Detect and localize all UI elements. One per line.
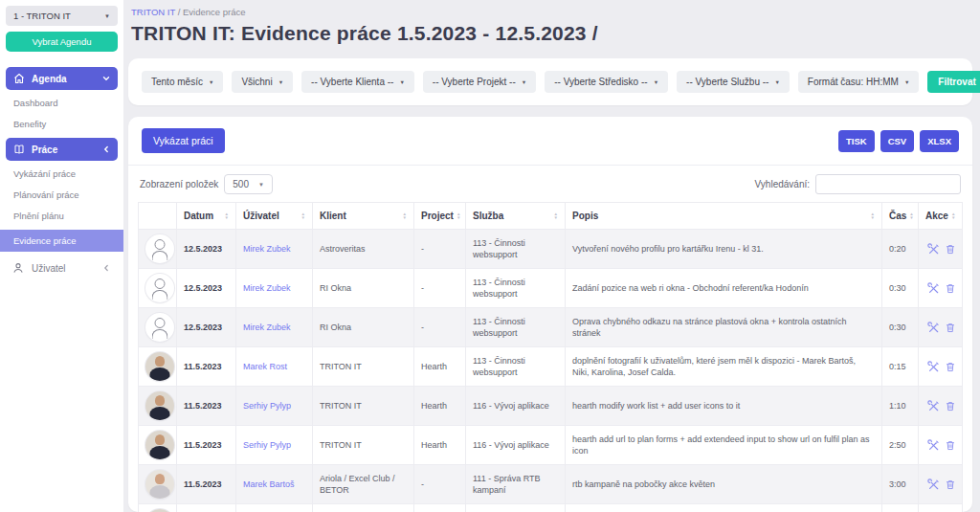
sidebar-item-benefity[interactable]: Benefity <box>6 114 118 135</box>
table-row[interactable]: 12.5.2023 Mirek Zubek RI Okna - 113 - Či… <box>139 269 963 308</box>
delete-icon[interactable] <box>945 479 956 491</box>
sidebar-section-agenda[interactable]: Agenda <box>6 67 118 90</box>
cell-sluzba: 113 - Činnosti websupport <box>466 269 566 308</box>
book-icon <box>13 144 25 155</box>
header-akce[interactable]: Akce▲▼ <box>919 203 963 230</box>
sort-icon[interactable]: ▲▼ <box>457 212 460 220</box>
xlsx-button[interactable]: XLSX <box>920 130 959 152</box>
header-uzivatel[interactable]: Úživatel▲▼ <box>236 203 313 230</box>
caret-down-icon: ▼ <box>278 79 283 85</box>
table-row[interactable]: 12.5.2023 Mirek Zubek RI Okna - 113 - Či… <box>139 308 963 347</box>
user-link[interactable]: Serhiy Pylyp <box>243 440 291 450</box>
user-link[interactable]: Mirek Zubek <box>243 323 291 332</box>
user-avatar <box>145 274 174 302</box>
table-row[interactable]: 11.5.2023 Serhiy Pylyp TRITON IT Hearth … <box>139 426 963 465</box>
user-link[interactable]: Mirek Zubek <box>243 283 291 293</box>
delete-icon[interactable] <box>945 439 956 452</box>
tools-icon[interactable] <box>927 479 940 491</box>
filter-dropdown-klient[interactable]: -- Vyberte Klienta --▼ <box>301 71 414 93</box>
cell-cas: 2:50 <box>882 426 919 465</box>
tools-icon[interactable] <box>927 361 940 373</box>
sort-icon[interactable]: ▲▼ <box>554 212 558 220</box>
cell-klient: TRITON IT <box>313 426 414 465</box>
filter-dropdown-users[interactable]: Všichni▼ <box>232 71 293 93</box>
chevron-down-icon: ▼ <box>258 182 264 188</box>
table-row[interactable]: 11.5.2023 Serhiy Pylyp TRITON IT Hearth … <box>139 387 963 426</box>
table-row[interactable]: 11.5.2023 Serhiy Pylyp TRITON IT Hearth … <box>139 504 963 512</box>
table-body: 12.5.2023 Mirek Zubek Astroveritas - 113… <box>139 230 963 512</box>
delete-icon[interactable] <box>945 282 956 295</box>
tools-icon[interactable] <box>927 400 940 412</box>
cell-sluzba: 113 - Činnosti websupport <box>466 308 566 347</box>
person-icon <box>11 261 25 275</box>
header-project[interactable]: Project▲▼ <box>414 203 466 230</box>
header-klient[interactable]: Klient▲▼ <box>313 203 414 230</box>
cell-datum: 11.5.2023 <box>177 347 236 387</box>
sidebar-item-evidence-prace[interactable]: Evidence práce <box>0 230 123 252</box>
cell-project: Hearth <box>414 387 466 426</box>
cell-sluzba: 111 - Správa RTB kampaní <box>466 465 566 504</box>
caret-down-icon: ▼ <box>654 79 658 85</box>
filter-dropdown-projekt[interactable]: -- Vyberte Projekt --▼ <box>423 71 536 93</box>
cell-datum: 11.5.2023 <box>177 426 236 465</box>
delete-icon[interactable] <box>945 361 956 373</box>
header-sluzba[interactable]: Služba▲▼ <box>466 203 566 230</box>
sidebar-nav: Agenda Dashboard Benefity Práce Vykázání… <box>6 67 118 281</box>
filtrovat-button[interactable]: Filtrovat <box>927 71 980 93</box>
user-link[interactable]: Mirek Zubek <box>243 244 291 254</box>
home-icon <box>13 73 25 84</box>
vykazat-praci-button[interactable]: Vykázat práci <box>142 128 225 153</box>
sidebar-section-prace[interactable]: Práce <box>6 138 118 161</box>
cell-cas: 0:15 <box>882 347 919 387</box>
sort-icon[interactable]: ▲▼ <box>225 212 229 220</box>
filter-dropdown-stredisko[interactable]: -- Vyberte Středisko --▼ <box>545 71 668 93</box>
breadcrumb-root-link[interactable]: TRITON IT <box>131 7 175 17</box>
filter-dropdown-sluzba[interactable]: -- Vyberte Službu --▼ <box>677 71 790 93</box>
filter-dropdown-label: Všichni <box>241 77 272 87</box>
delete-icon[interactable] <box>945 322 956 334</box>
tools-icon[interactable] <box>927 243 940 256</box>
user-link[interactable]: Marek Bartoš <box>243 479 295 489</box>
filter-dropdown-period[interactable]: Tento měsíc▼ <box>142 71 223 93</box>
sidebar-item-vykazani-prace[interactable]: Vykázání práce <box>6 164 118 185</box>
sidebar-item-dashboard[interactable]: Dashboard <box>6 93 118 114</box>
cell-klient: Ariola / Excel Club / BETOR <box>313 465 414 504</box>
search-input[interactable] <box>815 174 961 194</box>
filter-dropdown-label: -- Vyberte Středisko -- <box>554 77 647 87</box>
tools-icon[interactable] <box>927 439 940 452</box>
app-window: 1 - TRITON IT ▼ Vybrat Agendu Agenda Das… <box>0 0 980 512</box>
caret-down-icon: ▼ <box>209 79 213 85</box>
delete-icon[interactable] <box>945 243 956 256</box>
sidebar-item-planovani-prace[interactable]: Plánování práce <box>6 185 118 206</box>
sort-icon[interactable]: ▲▼ <box>951 212 955 220</box>
table-row[interactable]: 12.5.2023 Mirek Zubek Astroveritas - 113… <box>139 230 963 269</box>
breadcrumb-current: Evidence práce <box>183 7 245 17</box>
csv-button[interactable]: CSV <box>880 130 915 152</box>
table-row[interactable]: 11.5.2023 Marek Bartoš Ariola / Excel Cl… <box>139 465 963 504</box>
header-popis[interactable]: Popis▲▼ <box>566 203 882 230</box>
user-link[interactable]: Marek Rost <box>243 362 287 371</box>
agenda-select[interactable]: 1 - TRITON IT ▼ <box>6 6 118 26</box>
delete-icon[interactable] <box>945 400 956 412</box>
user-avatar <box>145 234 174 263</box>
sort-icon[interactable]: ▲▼ <box>909 212 913 220</box>
tools-icon[interactable] <box>927 282 940 295</box>
sort-icon[interactable]: ▲▼ <box>301 212 305 220</box>
cell-popis: Zadání pozice na web ri okna - Obchodní … <box>566 269 882 308</box>
filter-dropdown-time-format[interactable]: Formát času: HH:MM▼ <box>798 71 919 93</box>
header-datum[interactable]: Datum▲▼ <box>177 203 236 230</box>
sort-icon[interactable]: ▲▼ <box>871 212 875 220</box>
header-cas[interactable]: Čas▲▼ <box>882 203 919 230</box>
page-size-select[interactable]: 500 ▼ <box>224 174 273 194</box>
cell-cas: 0:20 <box>882 230 919 269</box>
sort-icon[interactable]: ▲▼ <box>403 212 407 220</box>
user-link[interactable]: Serhiy Pylyp <box>243 401 291 411</box>
tools-icon[interactable] <box>927 322 940 334</box>
cell-popis: hearth modify work list + add user icons… <box>566 387 882 426</box>
vybrat-agendu-button[interactable]: Vybrat Agendu <box>6 32 118 52</box>
table-row[interactable]: 11.5.2023 Marek Rost TRITON IT Hearth 11… <box>139 347 963 387</box>
sidebar-item-plneni-planu[interactable]: Plnění plánu <box>6 206 118 227</box>
tisk-button[interactable]: TISK <box>838 130 875 152</box>
sidebar-section-uzivatel[interactable]: Uživatel <box>6 255 118 281</box>
cell-klient: TRITON IT <box>313 347 414 387</box>
